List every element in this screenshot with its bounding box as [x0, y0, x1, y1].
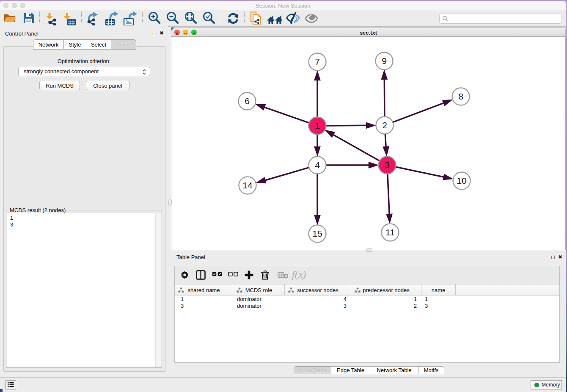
- svg-text:10: 10: [457, 176, 466, 185]
- svg-text:14: 14: [242, 180, 253, 190]
- svg-text:6: 6: [245, 96, 250, 106]
- svg-text:2: 2: [382, 120, 387, 130]
- svg-text:15: 15: [312, 229, 322, 238]
- svg-text:7: 7: [315, 57, 320, 66]
- svg-text:4: 4: [315, 160, 320, 170]
- svg-text:11: 11: [385, 227, 395, 237]
- svg-text:9: 9: [382, 56, 387, 66]
- svg-text:3: 3: [385, 160, 390, 170]
- svg-text:1: 1: [315, 121, 320, 130]
- svg-text:8: 8: [458, 91, 463, 101]
